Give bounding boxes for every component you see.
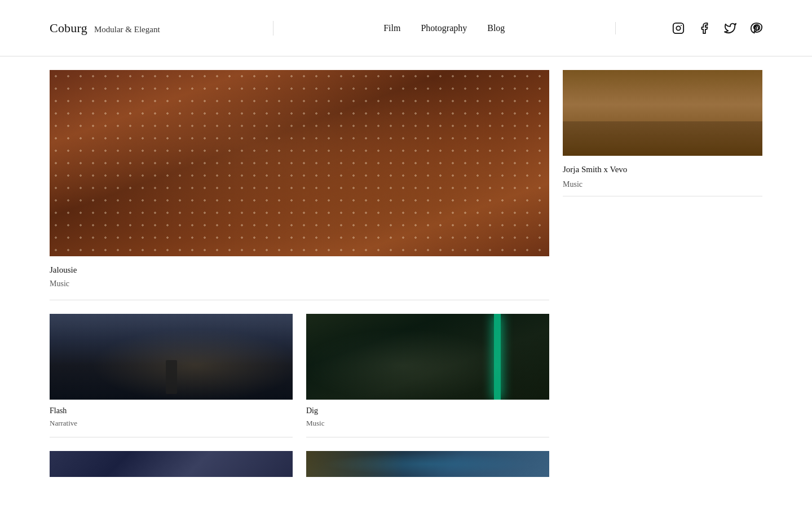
svg-point-2 (681, 25, 682, 26)
flash-card-info: Flash Narrative (50, 400, 293, 437)
featured-image[interactable] (50, 70, 549, 256)
bottom-image-1 (50, 451, 293, 477)
jorja-card-category[interactable]: Music (563, 180, 762, 189)
bottom-image-2 (306, 451, 549, 477)
jorja-image-content (563, 70, 762, 156)
featured-card-title[interactable]: Jalousie (50, 265, 549, 275)
dig-image-content (306, 314, 549, 400)
dig-card-info: Dig Music (306, 400, 549, 437)
instagram-icon[interactable] (672, 22, 685, 34)
bottom-card-1[interactable] (50, 451, 293, 477)
flash-card: Flash Narrative (50, 314, 293, 437)
dig-card-category[interactable]: Music (306, 419, 549, 428)
left-column: Jalousie Music Flash Narrative (50, 70, 549, 477)
main-nav: Film Photography Blog (383, 23, 505, 33)
header: Coburg Modular & Elegant Film Photograph… (0, 0, 812, 56)
right-column: Jorja Smith x Vevo Music (563, 70, 762, 477)
jorja-card-info: Jorja Smith x Vevo Music (563, 156, 762, 196)
jorja-card: Jorja Smith x Vevo Music (563, 70, 762, 196)
nav-film[interactable]: Film (383, 23, 400, 33)
site-tagline: Modular & Elegant (94, 25, 160, 34)
svg-rect-0 (673, 23, 683, 33)
featured-card: Jalousie Music (50, 70, 549, 300)
dig-card-title[interactable]: Dig (306, 406, 549, 415)
jorja-card-title[interactable]: Jorja Smith x Vevo (563, 165, 762, 174)
jorja-image[interactable] (563, 70, 762, 156)
flash-card-title[interactable]: Flash (50, 406, 293, 415)
dig-card: Dig Music (306, 314, 549, 437)
header-brand: Coburg Modular & Elegant (50, 21, 273, 36)
nav-photography[interactable]: Photography (421, 23, 467, 33)
svg-point-1 (676, 26, 680, 30)
nav-blog[interactable]: Blog (487, 23, 505, 33)
featured-card-category[interactable]: Music (50, 279, 549, 288)
pinterest-icon[interactable] (750, 22, 762, 34)
content-grid: Jalousie Music Flash Narrative (50, 70, 762, 477)
twitter-icon[interactable] (724, 22, 736, 34)
bottom-row (50, 451, 549, 477)
site-title: Coburg (50, 21, 87, 36)
dig-image[interactable] (306, 314, 549, 400)
main-content: Jalousie Music Flash Narrative (0, 56, 812, 477)
facebook-icon[interactable] (698, 22, 710, 34)
flash-card-category[interactable]: Narrative (50, 419, 293, 428)
jalousie-image (50, 70, 549, 256)
small-cards-grid: Flash Narrative Dig Music (50, 314, 549, 437)
flash-image-content (50, 314, 293, 400)
featured-card-info: Jalousie Music (50, 256, 549, 300)
bottom-card-2[interactable] (306, 451, 549, 477)
flash-image[interactable] (50, 314, 293, 400)
social-icons (615, 22, 762, 34)
